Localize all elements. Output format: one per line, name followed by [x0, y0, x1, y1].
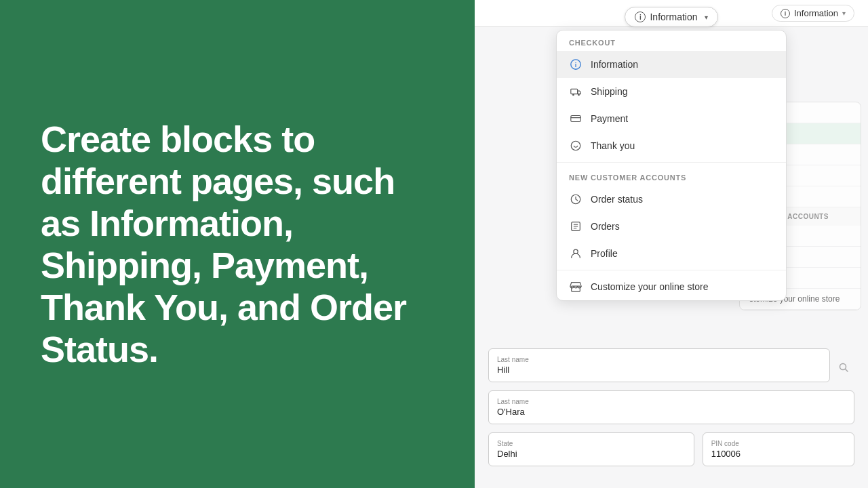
bg-lastname2-value: O'Hara: [497, 407, 846, 417]
orders-icon: [569, 220, 583, 233]
payment-icon: [569, 112, 583, 125]
bg-lastname2-label: Last name: [497, 398, 846, 405]
dropdown-item-orders[interactable]: Orders: [557, 213, 786, 240]
bg-field-lastname1: Last name Hill: [488, 348, 830, 382]
profile-icon: [569, 247, 583, 260]
info-pill-trigger[interactable]: i Information ▾: [625, 7, 717, 27]
dropdown-menu: CHECKOUT i Information: [556, 30, 787, 301]
thankyou-label: Thank you: [591, 140, 635, 151]
headline: Create blocks to different pages, such a…: [41, 118, 434, 371]
svg-rect-16: [572, 286, 580, 291]
svg-point-9: [571, 141, 580, 150]
profile-label: Profile: [591, 248, 618, 259]
svg-rect-4: [571, 89, 578, 94]
order-status-label: Order status: [591, 194, 643, 205]
bg-form-row-1: Last name Hill: [488, 348, 854, 382]
order-status-icon: [569, 192, 583, 206]
checkout-section-header: CHECKOUT: [557, 30, 786, 51]
svg-line-1: [846, 369, 848, 372]
bg-lastname1-label: Last name: [497, 356, 821, 363]
left-panel: Create blocks to different pages, such a…: [0, 0, 475, 488]
shipping-label: Shipping: [591, 86, 628, 97]
info-pill-label: Information: [650, 12, 697, 22]
customize-label: Customize your online store: [591, 281, 709, 292]
dropdown-item-profile[interactable]: Profile: [557, 240, 786, 267]
dropdown-item-orderstatus[interactable]: Order status: [557, 186, 786, 213]
bg-field-pincode: PIN code 110006: [703, 432, 854, 466]
customer-section-header: NEW CUSTOMER ACCOUNTS: [557, 165, 786, 186]
bg-form-row-3: State Delhi PIN code 110006: [488, 432, 854, 466]
information-icon: i: [569, 58, 583, 71]
orders-label: Orders: [591, 221, 620, 232]
payment-label: Payment: [591, 113, 628, 124]
bg-search-icon: [838, 348, 854, 382]
bg-state-label: State: [497, 440, 686, 447]
thankyou-icon: [569, 139, 583, 152]
dropdown-item-payment[interactable]: Payment: [557, 105, 786, 132]
svg-point-5: [572, 94, 574, 96]
bg-pincode-value: 110006: [711, 449, 846, 459]
dropdown-item-information[interactable]: i Information: [557, 51, 786, 78]
svg-text:i: i: [575, 62, 577, 68]
bg-field-lastname2: Last name O'Hara: [488, 390, 854, 424]
bg-lastname1-value: Hill: [497, 365, 821, 375]
bg-field-state: State Delhi: [488, 432, 694, 466]
store-icon: [569, 280, 583, 293]
information-label: Information: [591, 59, 638, 70]
dropdown-overlay[interactable]: i Information ▾ CHECKOUT i Information: [556, 0, 787, 301]
bg-chevron-icon: ▾: [842, 9, 846, 17]
right-panel: i Information ▾ OUT ormation ipping ymen…: [475, 0, 868, 488]
bg-form-row-2: Last name O'Hara: [488, 390, 854, 424]
bg-info-label: Information: [794, 8, 838, 18]
bg-form: Last name Hill Last name O'Hara: [475, 335, 868, 488]
divider-2: [557, 270, 786, 270]
bg-state-value: Delhi: [497, 449, 686, 459]
dropdown-item-thankyou[interactable]: Thank you: [557, 132, 786, 159]
dropdown-item-customize[interactable]: Customize your online store: [557, 273, 786, 300]
bg-pincode-label: PIN code: [711, 440, 846, 447]
dropdown-item-shipping[interactable]: Shipping: [557, 78, 786, 105]
chevron-down-icon: ▾: [705, 14, 708, 21]
shipping-icon: [569, 85, 583, 98]
info-icon: i: [635, 12, 646, 22]
svg-rect-7: [571, 116, 580, 122]
svg-point-6: [578, 94, 580, 96]
divider-1: [557, 162, 786, 163]
